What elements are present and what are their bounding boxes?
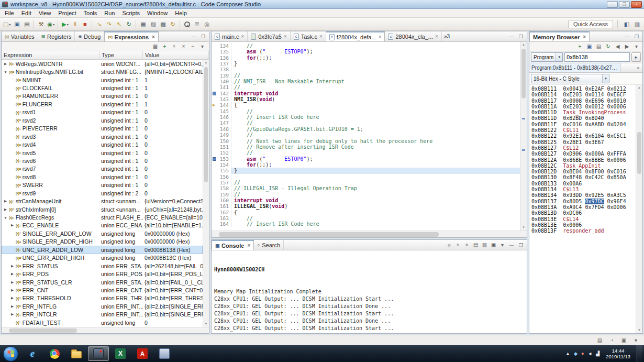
memory-value[interactable]: 0xA3C5 — [607, 192, 626, 198]
tab-console[interactable]: ▣Console× — [212, 240, 254, 250]
memory-value[interactable]: 0x0008 — [563, 98, 582, 104]
menu-scripts[interactable]: Scripts — [118, 9, 143, 17]
code-line[interactable]: 143NMI_ISR(void) — [212, 96, 520, 102]
tab-expressions[interactable]: (x)Expressions× — [104, 31, 159, 41]
memory-value[interactable]: 0xBE04 — [563, 169, 582, 174]
memory-format-select[interactable]: 16-Bit Hex - C Style ▼ — [531, 74, 609, 83]
overview-ruler-mark[interactable] — [522, 149, 525, 151]
memory-value[interactable]: 0x2BE1 — [563, 139, 582, 145]
expression-row[interactable]: (x)=FLUNCERRunsigned int : 11 — [2, 100, 203, 108]
expression-row[interactable]: (x)=PIEVECTERRunsigned int : 10 — [2, 125, 203, 133]
expression-row[interactable]: (x)=rsvd9unsigned int : 20 — [2, 189, 203, 197]
memory-space-select[interactable]: Program ▼ — [531, 52, 563, 62]
memory-rendering-tab[interactable]: Program:0x8b111 - 0x8b138(-0x27) <Mem... — [529, 63, 620, 72]
expression-row[interactable]: (x)=rsvd6unsigned int : 10 — [2, 157, 203, 164]
status-progress-icon[interactable]: ◔ — [608, 336, 616, 344]
code-line[interactable]: 136 for(;;); — [212, 55, 520, 61]
memory-line[interactable]: 0x08B11D 0xB2BD 0x8D40 — [531, 115, 635, 121]
scrollbar-thumb[interactable] — [204, 67, 208, 182]
memory-value[interactable]: 0x97DC — [585, 199, 604, 204]
search-icon[interactable] — [182, 19, 192, 29]
expression-row[interactable]: (x)=rsvd1unsigned int : 10 — [2, 108, 203, 116]
code-line[interactable]: 154 for(;;); — [212, 162, 520, 168]
memory-line[interactable]: 0x08B12D 0xBE04 0x8F00 0xC016 — [531, 169, 635, 174]
memory-value[interactable]: 0x7FD4 — [585, 204, 604, 210]
close-icon[interactable]: × — [241, 34, 244, 39]
code-line[interactable]: 156 — [212, 174, 520, 180]
memory-line[interactable]: 0x08B11A 0xE203 0x0012 0x0006 — [531, 104, 635, 109]
expression-row[interactable]: ▼(x)=NmiIntruptRegs.NMIFLG.bitstruct NMI… — [2, 68, 203, 75]
step-into-icon[interactable]: ↘ — [94, 19, 104, 29]
twistie-icon[interactable]: ▼ — [3, 216, 8, 220]
estop-marker-icon[interactable] — [213, 157, 216, 161]
expression-row[interactable]: ▶(x)=ERR_CNTunion ERR_CNT...{all=0,bit={… — [2, 286, 203, 294]
memory-value[interactable]: 0x000A — [585, 151, 604, 157]
hidden-editors-indicator[interactable]: »3 — [442, 31, 452, 41]
memory-line[interactable]: 0x08B111 0x0041 0xE2AF 0x0212 — [531, 86, 635, 92]
terminate-icon[interactable]: ■ — [445, 241, 453, 249]
open-console-icon[interactable]: ▾ — [498, 241, 506, 249]
step-return-icon[interactable]: ↖ — [114, 19, 124, 29]
memory-line[interactable]: 0x08B13E 0x0006 — [531, 222, 635, 228]
code-line[interactable]: 147 // — [212, 120, 520, 126]
show-type-names-icon[interactable]: ▦ — [151, 42, 159, 50]
memory-vertical-scrollbar[interactable]: ▲ ▼ — [636, 85, 642, 333]
scroll-down-icon[interactable]: ▼ — [636, 327, 642, 333]
taskbar-internet-explorer[interactable]: e — [22, 346, 43, 361]
menu-tools[interactable]: Tools — [80, 9, 101, 17]
tab-memory-browser[interactable]: Memory Browser × — [529, 31, 590, 41]
expression-row[interactable]: (x)=SINGLE_ERR_ADDR_LOWunsigned long0x00… — [2, 229, 203, 237]
memory-value[interactable]: 0xAABD — [585, 122, 604, 127]
memory-value[interactable]: 0xB2BD — [563, 115, 582, 121]
memory-line[interactable]: 0x08B114 0xE203 0x0114 0xE6CF — [531, 92, 635, 97]
expressions-vertical-scrollbar[interactable]: ▲ ▼ — [203, 60, 209, 327]
memory-value[interactable]: 0xC016 — [607, 169, 626, 174]
pause-icon[interactable]: ‖ — [70, 19, 80, 29]
print-memory-icon[interactable]: ▤ — [595, 42, 603, 50]
code-line[interactable]: 150 // Next two lines for debug only to … — [212, 138, 520, 144]
code-line[interactable]: 151 // Remove after inserting ISR Code — [212, 144, 520, 150]
memory-value[interactable]: 0x0006 — [607, 104, 626, 109]
memory-value[interactable]: 0xDD06 — [607, 204, 626, 210]
expression-row[interactable]: ▶(x)=strChlxImform[0]struct <unnam...{un… — [2, 205, 203, 213]
code-line[interactable]: 161ILLEGAL_ISR(void) — [212, 203, 520, 209]
save-icon[interactable]: ▣ — [12, 19, 21, 29]
taskbar-excel[interactable]: X — [110, 346, 131, 361]
status-editor-icon[interactable]: ▤ — [596, 336, 604, 344]
scroll-up-icon[interactable]: ▲ — [520, 42, 527, 48]
memory-value[interactable]: 0xE696 — [585, 98, 604, 104]
code-editor[interactable]: 134 //135 asm (" ESTOP0");136 for(;;);13… — [212, 42, 527, 231]
code-line[interactable]: 135 asm (" ESTOP0"); — [212, 49, 520, 54]
scrollbar-thumb[interactable] — [9, 328, 77, 333]
back-icon[interactable]: ◀ — [614, 42, 621, 50]
expression-row[interactable]: (x)=RAMUNCERRunsigned int : 10 — [2, 92, 203, 100]
expression-row[interactable]: ▶(x)=ERR_STATUS_CLRunion ERR_STA...{all=… — [2, 278, 203, 286]
taskbar-code-composer-studio[interactable] — [88, 346, 109, 361]
memory-line[interactable]: 0x08B12A 0x86BE 0x8BBE 0x0006 — [531, 157, 635, 163]
code-line[interactable]: 164 // Insert ISR Code here — [212, 221, 520, 227]
collapse-all-icon[interactable]: − — [189, 42, 197, 50]
refresh-memory-icon[interactable]: ↻ — [604, 42, 612, 50]
pin-icon[interactable]: ◎ — [202, 19, 212, 29]
memory-dump[interactable]: 0x08B111 0x0041 0xE2AF 0x02120x08B114 0x… — [529, 85, 642, 333]
minimize-editor-icon[interactable]: — — [507, 33, 516, 40]
close-icon[interactable]: × — [152, 34, 155, 40]
run-icon[interactable]: ▶▾ — [60, 19, 70, 29]
editor-tab-28004x-cla[interactable]: c28004x_cla_...× — [385, 31, 441, 41]
memory-line[interactable]: 0x08B134 0x93DD 0x92E5 0xA3C5 — [531, 192, 635, 198]
memory-value[interactable]: 0xC016 — [563, 122, 582, 127]
menu-file[interactable]: File — [1, 9, 18, 17]
twistie-icon[interactable]: ▶ — [3, 207, 8, 212]
twistie-icon[interactable]: ▶ — [9, 264, 15, 268]
memory-value[interactable]: 0xFFFA — [607, 151, 626, 157]
expression-row[interactable]: ▶(x)=ERR_THRESHOLDunion ERR_THR...{all=0… — [2, 294, 203, 302]
memory-value[interactable]: 0x3E67 — [585, 139, 604, 145]
taskbar-adobe-reader[interactable]: A — [132, 346, 153, 361]
forward-icon[interactable]: ▶ — [623, 42, 631, 50]
memory-value[interactable]: 0xC42C — [585, 174, 604, 180]
memory-value[interactable]: 0xB50A — [607, 174, 626, 180]
expression-row[interactable]: ▶(x)=ERR_INTFLGunion ERR_INT...{all=2,bi… — [2, 302, 203, 310]
column-header-value[interactable]: Value — [143, 51, 209, 59]
memory-address-input[interactable] — [564, 52, 630, 62]
tab-debug[interactable]: ◉Debug — [75, 31, 104, 41]
